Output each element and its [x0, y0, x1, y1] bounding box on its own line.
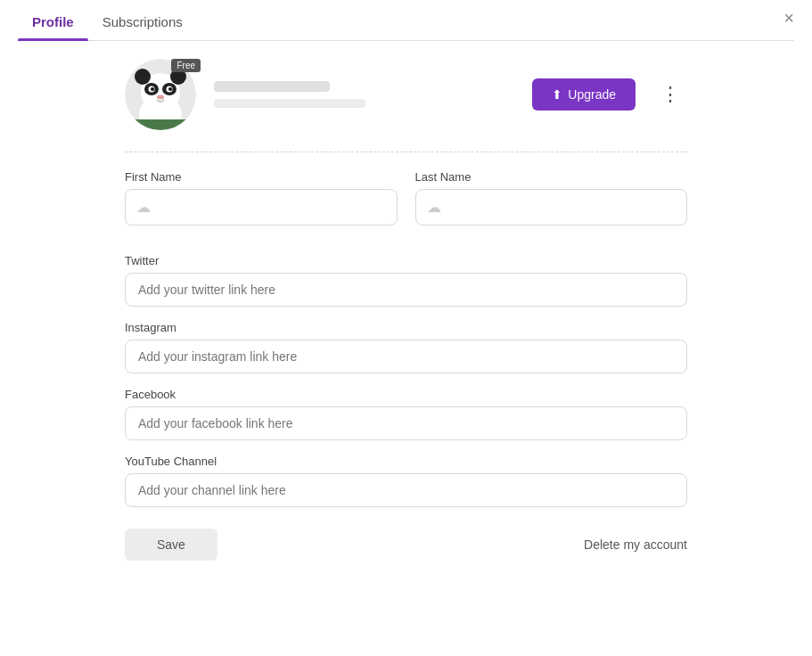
user-sub-placeholder: [214, 99, 365, 108]
section-divider: [125, 152, 687, 152]
tab-profile[interactable]: Profile: [18, 4, 88, 40]
more-options-button[interactable]: ⋮: [653, 81, 687, 108]
youtube-label: YouTube Channel: [125, 455, 687, 468]
upgrade-label: Upgrade: [568, 87, 616, 102]
first-name-label: First Name: [125, 170, 398, 184]
svg-point-10: [168, 87, 172, 91]
last-name-input-wrapper: ☁: [415, 189, 688, 226]
username-placeholder: [214, 81, 330, 92]
facebook-label: Facebook: [125, 388, 687, 401]
svg-rect-12: [125, 119, 196, 130]
youtube-input[interactable]: [125, 473, 687, 507]
svg-point-3: [135, 69, 151, 85]
first-name-group: First Name ☁: [125, 170, 398, 226]
free-badge: Free: [171, 59, 201, 72]
profile-header: Free ⬆ Upgrade ⋮: [125, 59, 687, 130]
tab-subscriptions[interactable]: Subscriptions: [88, 4, 197, 40]
youtube-group: YouTube Channel: [125, 455, 687, 507]
first-name-input-wrapper: ☁: [125, 189, 398, 226]
footer-row: Save Delete my account: [125, 529, 687, 561]
upgrade-button[interactable]: ⬆ Upgrade: [532, 78, 636, 111]
first-name-icon: ☁: [126, 190, 160, 225]
tabs-bar: Profile Subscriptions ×: [18, 0, 794, 41]
name-row: First Name ☁ Last Name ☁: [125, 170, 687, 240]
save-button[interactable]: Save: [125, 529, 217, 561]
page-container: Profile Subscriptions ×: [0, 0, 812, 656]
facebook-group: Facebook: [125, 388, 687, 440]
first-name-input[interactable]: [160, 192, 397, 224]
twitter-input[interactable]: [125, 273, 687, 307]
upgrade-icon: ⬆: [552, 87, 562, 102]
avatar-container: Free: [125, 59, 196, 130]
last-name-icon: ☁: [416, 190, 450, 225]
delete-account-button[interactable]: Delete my account: [584, 537, 687, 552]
last-name-group: Last Name ☁: [415, 170, 688, 226]
last-name-input[interactable]: [450, 192, 687, 224]
close-button[interactable]: ×: [783, 9, 794, 27]
twitter-group: Twitter: [125, 254, 687, 307]
facebook-input[interactable]: [125, 406, 687, 440]
instagram-label: Instagram: [125, 321, 687, 334]
instagram-group: Instagram: [125, 321, 687, 373]
content-area: Free ⬆ Upgrade ⋮ First Name ☁: [18, 41, 794, 578]
last-name-label: Last Name: [415, 170, 688, 184]
svg-point-8: [151, 87, 154, 91]
twitter-label: Twitter: [125, 254, 687, 267]
user-info: [214, 81, 532, 108]
instagram-input[interactable]: [125, 340, 687, 373]
svg-point-11: [157, 95, 164, 100]
